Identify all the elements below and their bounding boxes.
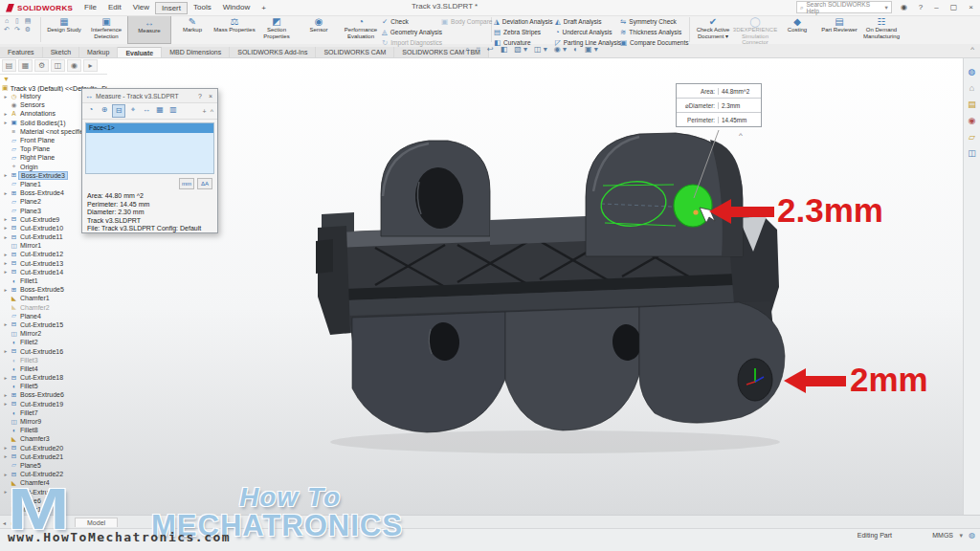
quick-access-icon[interactable]: ⚙ <box>23 26 33 33</box>
tree-item[interactable]: ◣ Chamfer3 <box>2 434 107 443</box>
help-button[interactable]: ? <box>916 3 925 11</box>
menu-item[interactable]: Insert <box>155 2 188 14</box>
tree-item[interactable]: ▸ ⊟ Cut-Extrude16 <box>2 346 107 355</box>
tree-item[interactable]: ◖ Fillet4 <box>2 364 107 373</box>
ribbon-stack-button[interactable]: ≋ Thickness Analysis <box>620 28 687 36</box>
quick-access-icon[interactable]: ▯ <box>12 17 22 25</box>
tab-scroll-left-icon[interactable]: ◂ <box>0 519 9 526</box>
tree-item[interactable]: ▸ ⊟ Cut-Extrude13 <box>2 259 107 268</box>
model-tab[interactable]: Model <box>75 518 118 527</box>
ribbon-stack-button[interactable]: ◭ Draft Analysis <box>555 17 620 26</box>
expand-arrow-icon[interactable]: ▸ <box>2 348 10 354</box>
ribbon-button[interactable]: ▣ Interference Detection <box>85 15 127 44</box>
ribbon-stack-button[interactable]: ◸ Parting Line Analysis <box>555 38 620 47</box>
measure-toolbar-icon[interactable]: ⊟ <box>112 104 125 118</box>
ribbon-button[interactable]: ◆ Costing <box>776 15 818 44</box>
ribbon-button[interactable]: ▦ Design Study <box>43 15 85 44</box>
pin-icon[interactable]: + <box>256 3 272 13</box>
callout-collapse-icon[interactable]: ^ <box>739 131 743 140</box>
ribbon-stack-button[interactable]: ◧ Curvature <box>494 38 555 47</box>
measure-toolbar-icon[interactable]: ▦ <box>154 104 166 116</box>
quick-access-icon[interactable]: ↷ <box>12 26 22 33</box>
tree-item[interactable]: ◖ Fillet3 <box>2 356 107 364</box>
tree-item[interactable]: ◫ Mirror9 <box>2 417 107 426</box>
quick-access-icon[interactable]: ↶ <box>2 26 11 33</box>
expand-arrow-icon[interactable]: ▸ <box>2 287 10 293</box>
tree-item[interactable]: ◖ Fillet8 <box>2 426 107 434</box>
task-pane-icon[interactable]: ◍ <box>969 67 976 77</box>
expand-arrow-icon[interactable]: ▸ <box>2 401 10 407</box>
task-pane-icon[interactable]: ◉ <box>969 116 976 125</box>
measure-toolbar-icon[interactable]: ◔ <box>85 104 97 116</box>
expand-arrow-icon[interactable]: ▸ <box>2 111 10 117</box>
quick-access-icon[interactable]: ⌂ <box>2 17 11 25</box>
panel-tab-icon[interactable]: ▤ <box>2 59 16 72</box>
ribbon-button[interactable]: ↔ Measure <box>127 15 171 44</box>
expand-arrow-icon[interactable]: ▸ <box>2 216 10 222</box>
expand-arrow-icon[interactable]: ▸ <box>2 375 10 381</box>
tree-item[interactable]: ▸ ⊟ Cut-Extrude19 <box>2 400 107 408</box>
measure-close-button[interactable]: × <box>207 93 214 99</box>
close-button[interactable]: × <box>966 3 976 11</box>
measure-result-icon[interactable]: mm <box>179 178 194 189</box>
tree-item[interactable]: ▸ ⊟ Cut-Extrude22 <box>2 470 107 478</box>
expand-arrow-icon[interactable]: ▸ <box>2 453 10 459</box>
ribbon-button[interactable]: ◩ Section Properties <box>256 15 298 44</box>
command-tab[interactable]: Evaluate <box>118 47 162 57</box>
expand-arrow-icon[interactable]: ▸ <box>2 252 10 257</box>
ribbon-button[interactable]: ◉ Sensor <box>298 15 340 44</box>
command-tab[interactable]: MBD Dimensions <box>162 47 230 57</box>
pin-icon[interactable]: + <box>202 108 208 115</box>
task-pane-icon[interactable]: ▤ <box>968 99 976 109</box>
panel-tab-icon[interactable]: ◉ <box>67 59 81 72</box>
expand-arrow-icon[interactable]: ▸ <box>2 94 10 99</box>
expand-arrow-icon[interactable]: ▸ <box>2 172 10 178</box>
ribbon-stack-button[interactable]: ⇋ Symmetry Check <box>620 17 687 26</box>
expand-arrow-icon[interactable]: ▸ <box>2 445 10 451</box>
ribbon-stack-button[interactable]: ◬ Geometry Analysis <box>382 28 441 36</box>
ribbon-button[interactable]: ⚖ Mass Properties <box>213 15 256 44</box>
measure-result-icon[interactable]: ΔA <box>197 178 212 189</box>
measure-toolbar-icon[interactable]: ↔ <box>141 104 152 116</box>
tree-item[interactable]: ◖ Fillet5 <box>2 382 107 390</box>
task-pane-icon[interactable]: ◫ <box>968 148 976 158</box>
expand-arrow-icon[interactable]: ▸ <box>2 489 10 495</box>
heads-up-icon[interactable]: ⌕ <box>465 45 469 55</box>
ribbon-button[interactable]: ◔ Performance Evaluation <box>340 15 382 44</box>
ribbon-stack-button[interactable]: ▣ Body Compare <box>441 17 489 26</box>
collapse-icon[interactable]: ^ <box>210 108 214 115</box>
panel-tab-icon[interactable]: ◫ <box>51 59 65 72</box>
ribbon-stack-button[interactable]: ▣ Compare Documents <box>620 38 687 47</box>
ribbon-stack-button[interactable]: ✓ Check <box>382 17 441 26</box>
ribbon-button[interactable]: ▤ Part Reviewer <box>818 15 860 44</box>
tree-item[interactable]: ◫ Mirror11 <box>2 505 107 514</box>
expand-arrow-icon[interactable]: ▸ <box>2 190 10 196</box>
expand-arrow-icon[interactable]: ▸ <box>2 260 10 266</box>
restore-button[interactable]: ▢ <box>947 3 961 11</box>
tab-scroll-right-icon[interactable]: ▸ <box>9 519 17 526</box>
tree-item[interactable]: ▸ ⊟ Cut-Extrude15 <box>2 320 107 329</box>
expand-arrow-icon[interactable]: ▸ <box>2 321 10 327</box>
tree-item[interactable]: ◖ Fillet1 <box>2 276 107 285</box>
heads-up-icon[interactable]: ⌗ <box>476 45 480 55</box>
panel-tab-icon[interactable]: ▸ <box>83 59 98 72</box>
ribbon-stack-button[interactable]: ◮ Deviation Analysis <box>494 17 555 26</box>
quick-access-icon[interactable]: ▤ <box>23 17 33 25</box>
tree-item[interactable]: ▸ ⊟ Cut-Extrude18 <box>2 373 107 382</box>
panel-tab-icon[interactable]: ⚙ <box>34 59 49 72</box>
search-input[interactable]: ⌕ Search SOLIDWORKS Help ▾ <box>796 1 892 13</box>
task-pane-icon[interactable]: ⌂ <box>969 83 974 93</box>
tag-icon[interactable]: ◍ <box>969 531 975 540</box>
ribbon-stack-button[interactable]: ▤ Zebra Stripes <box>494 28 555 36</box>
command-tab[interactable]: SOLIDWORKS CAM <box>316 47 394 57</box>
ribbon-button[interactable]: ◯ 3DEXPERIENCE Simulation Connector <box>734 15 776 44</box>
menu-item[interactable]: Edit <box>102 2 127 14</box>
heads-up-icon[interactable]: ↩ <box>487 45 494 55</box>
measure-dialog[interactable]: ↔ Measure - Track v3.SLDPRT ? × ◔⊕⊟⌖↔▦▥ … <box>81 88 218 233</box>
tree-item[interactable]: ▱ Plane4 <box>2 312 107 320</box>
command-tab[interactable]: SOLIDWORKS Add-Ins <box>230 47 316 57</box>
ribbon-button[interactable]: ✔ Check Active Document ▾ <box>692 15 734 44</box>
tree-item[interactable]: ▸ ⊟ Cut-Extrude14 <box>2 268 107 276</box>
tree-item[interactable]: ▱ Plane6 <box>2 496 107 505</box>
tree-item[interactable]: ◣ Chamfer2 <box>2 303 107 312</box>
